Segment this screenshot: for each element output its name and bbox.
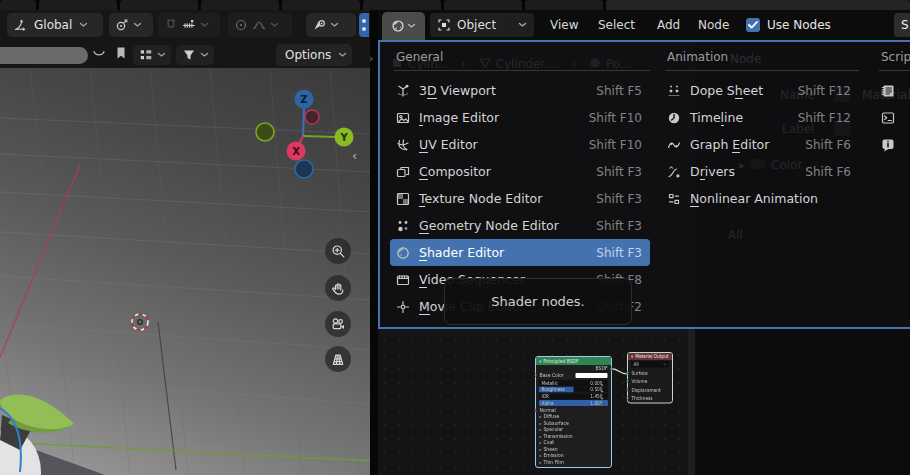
chevron-down-icon [407, 23, 416, 29]
menu-item-geometry-node-editor[interactable]: Geometry Node EditorShift F3 [390, 212, 650, 239]
filter-dropdown[interactable] [176, 45, 214, 65]
input-socket[interactable] [626, 380, 629, 383]
pan-hand-tool-button[interactable] [325, 275, 351, 301]
principled-bsdf-node[interactable]: ▾ Principled BSDF BSDF Base ColorMetalli… [535, 356, 612, 468]
menu-item-python-console[interactable] [875, 104, 910, 131]
menu-add[interactable]: Add [653, 10, 684, 40]
menu-item-texture-node-editor[interactable]: Texture Node EditorShift F3 [390, 185, 650, 212]
menu-select[interactable]: Select [594, 10, 639, 40]
navigation-gizmo[interactable]: Z Y X [250, 85, 360, 185]
menu-item-uv-editor[interactable]: UV EditorShift F10 [390, 131, 650, 158]
filter-funnel-icon [182, 48, 196, 62]
input-socket[interactable] [601, 397, 604, 400]
display-mode-dropdown[interactable] [133, 45, 171, 65]
slot-dropdown-partial[interactable]: S [894, 13, 910, 37]
input-socket[interactable] [626, 397, 629, 400]
region-divider[interactable] [370, 10, 378, 475]
menu-node[interactable]: Node [694, 10, 733, 40]
input-socket[interactable] [626, 388, 629, 391]
collapsed-panel[interactable] [0, 47, 88, 64]
menu-view[interactable]: View [546, 10, 582, 40]
axis-minus-y-ball[interactable] [256, 123, 274, 141]
menu-item-shader-editor[interactable]: Shader EditorShift F3 [390, 239, 650, 266]
input-socket[interactable] [601, 404, 604, 407]
node-row-roughness[interactable]: Roughness0.500 [539, 387, 608, 393]
tooltip: Shader nodes. [444, 278, 632, 325]
base-color-swatch[interactable] [576, 373, 608, 378]
input-socket[interactable] [626, 371, 629, 374]
workspace-tab-partial[interactable] [201, 0, 279, 10]
axis-y-ball[interactable]: Y [335, 128, 354, 147]
camera-tool-button[interactable] [325, 311, 351, 337]
shader-editor-icon [396, 246, 410, 260]
options-dropdown[interactable]: Options [276, 44, 352, 66]
workspace-tab-active-partial[interactable] [606, 0, 910, 10]
menu-item-dope-sheet[interactable]: Dope SheetShift F12 [661, 77, 859, 104]
use-nodes-label: Use Nodes [767, 18, 831, 32]
snap-settings-group[interactable] [158, 13, 220, 37]
menu-item-label: Image Editor [419, 110, 499, 125]
workspace-tab-partial[interactable] [0, 0, 36, 10]
workspace-tab-partial[interactable] [39, 0, 117, 10]
menu-item-graph-editor[interactable]: Graph EditorShift F6 [661, 131, 859, 158]
bsdf-output-socket[interactable] [610, 367, 613, 370]
shader-mode-dropdown[interactable]: Object [430, 13, 534, 37]
workspace-tab-partial[interactable] [363, 0, 441, 10]
menu-item-info[interactable] [875, 131, 910, 158]
snap-dropdown[interactable] [109, 13, 153, 37]
menu-item-compositor[interactable]: CompositorShift F3 [390, 158, 650, 185]
menu-item-shortcut: Shift F3 [596, 246, 642, 260]
menu-item-text-editor[interactable] [875, 77, 910, 104]
sidebar-collapse-arrow[interactable]: ‹ [352, 148, 357, 163]
node-row-alpha[interactable]: Alpha1.000 [539, 400, 608, 406]
grid-floor-icon [331, 352, 345, 366]
workspace-tab-partial[interactable] [525, 0, 603, 10]
gizmo-eye-icon [312, 18, 326, 32]
node-row-metallic[interactable]: Metallic0.000 [539, 380, 608, 386]
menu-item-nonlinear-animation[interactable]: Nonlinear Animation [661, 185, 859, 212]
material-output-node[interactable]: ▾ Material Output All SurfaceVolumeDispl… [627, 352, 673, 404]
axis-x-ball[interactable]: X [287, 142, 306, 161]
zoom-tool-button[interactable] [325, 238, 351, 264]
axis-minus-x-ball[interactable] [305, 110, 319, 124]
input-socket[interactable] [534, 374, 537, 377]
transform-orientation-dropdown[interactable]: Global [7, 13, 103, 37]
grid-floor-tool-button[interactable] [325, 346, 351, 372]
output-target-dropdown[interactable]: All [631, 361, 669, 368]
overlays-toggle-partial[interactable] [359, 13, 369, 37]
workspace-tab-partial[interactable] [120, 0, 198, 10]
topbar-tabs-strip[interactable] [0, 0, 910, 10]
axis-z-ball[interactable]: Z [295, 90, 314, 109]
gizmos-dropdown[interactable] [306, 13, 356, 37]
menu-item-timeline[interactable]: TimelineShift F12 [661, 104, 859, 131]
node-row-ior[interactable]: IOR1.450 [539, 393, 608, 399]
menu-column-title: General [396, 50, 650, 68]
workspace-tab-partial[interactable] [282, 0, 360, 10]
proportional-editing-group[interactable] [228, 13, 292, 37]
use-nodes-checkbox[interactable] [746, 18, 760, 32]
node-row-thin-film[interactable]: ▸Thin Film [536, 459, 611, 466]
snap-increment-icon [182, 18, 196, 32]
axis-minus-z-ball[interactable] [295, 160, 313, 178]
bookmark-icon[interactable] [114, 46, 128, 60]
scene-object[interactable] [0, 395, 105, 475]
menu-item-label: Compositor [419, 164, 491, 179]
input-socket[interactable] [534, 409, 537, 412]
menu-item-drivers[interactable]: DriversShift F6 [661, 158, 859, 185]
menu-item-3d-viewport[interactable]: 3D ViewportShift F5 [390, 77, 650, 104]
menu-item-image-editor[interactable]: Image EditorShift F10 [390, 104, 650, 131]
curve-icon[interactable] [92, 47, 106, 61]
input-socket[interactable] [601, 390, 604, 393]
region-corner-arrow[interactable]: › [369, 52, 373, 65]
viewport-canvas[interactable]: Z Y X ‹ [0, 68, 370, 475]
menu-column-title: Animation [667, 50, 859, 68]
menu-item-shortcut: Shift F3 [596, 219, 642, 233]
editor-type-button[interactable] [382, 12, 425, 40]
input-socket[interactable] [601, 383, 604, 386]
orientation-label: Global [31, 18, 75, 32]
workspace-tab-partial[interactable] [444, 0, 522, 10]
menu-column-title: Scrip [881, 50, 910, 68]
chevron-down-icon [200, 22, 209, 28]
use-nodes-toggle[interactable]: Use Nodes [746, 10, 831, 40]
display-mode-icon [139, 48, 153, 62]
